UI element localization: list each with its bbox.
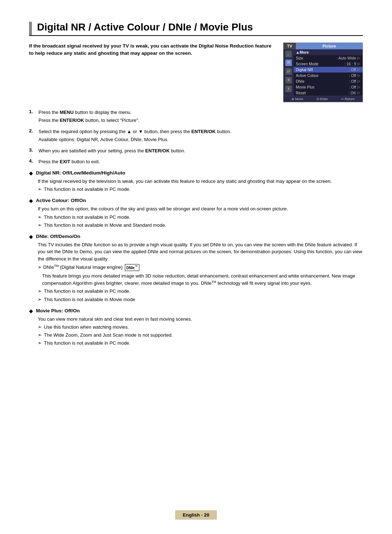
- step-2-number: 2.: [29, 128, 36, 134]
- step-2: 2. Select the required option by pressin…: [29, 128, 363, 144]
- page-title: Digital NR / Active Colour / DNIe / Movi…: [37, 22, 253, 35]
- dnie-note-1: ➣ This function is not available in PC m…: [38, 288, 363, 295]
- step-1-number: 1.: [29, 109, 36, 114]
- step-2-line-1: Select the required option by pressing t…: [38, 128, 363, 135]
- diamond-bullet-2: ◆: [29, 198, 33, 204]
- step-4: 4. Press the EXIT button to exit.: [29, 158, 363, 167]
- arrow-icon-4: ➣: [38, 264, 42, 271]
- digital-nr-note-1-text: This function is not available in PC mod…: [44, 186, 130, 193]
- menu-icon-5: ℹ: [285, 86, 292, 92]
- arrow-icon-9: ➣: [38, 340, 42, 346]
- step-3-number: 3.: [29, 147, 36, 153]
- footer-return: ↩ Return: [341, 97, 355, 101]
- dnie-label: DNIe: [296, 79, 349, 83]
- step-3-line-1: When you are satisfied with your setting…: [38, 147, 363, 155]
- digital-nr-body: If the signal received by the television…: [38, 178, 363, 193]
- arrow-icon-8: ➣: [38, 332, 42, 338]
- dnie-value: : Off: [349, 79, 356, 83]
- tv-menu-row-mp: Movie Plus : Off ▷: [294, 84, 363, 90]
- screen-arrow: ▷: [358, 62, 360, 66]
- page-title-bar: Digital NR / Active Colour / DNIe / Movi…: [29, 22, 363, 36]
- tv-menu-header: TV Picture: [283, 43, 363, 49]
- dnie-arrow: ▷: [358, 79, 360, 83]
- arrow-icon-1: ➣: [38, 186, 42, 193]
- step-1: 1. Press the MENU button to display the …: [29, 109, 363, 125]
- dnr-label: Digital NR: [296, 67, 349, 72]
- reset-label: Reset: [296, 91, 348, 95]
- tv-menu-row-reset: Reset : OK ▷: [294, 90, 363, 96]
- mp-label: Movie Plus: [296, 85, 349, 89]
- return-label: Return: [345, 97, 355, 101]
- ac-label: Active Colour: [296, 73, 349, 78]
- arrow-icon-2: ➣: [38, 214, 42, 221]
- dnie-sub-label-text: DNIeTM (Digital Natural Image engine): [43, 264, 123, 271]
- move-icon: ⊕: [291, 97, 294, 101]
- arrow-icon-5: ➣: [38, 288, 42, 295]
- arrow-icon-3: ➣: [38, 222, 42, 229]
- tv-menu-footer: ⊕ Move ⊡ Enter ↩ Return: [283, 96, 363, 102]
- more-label: ▲More: [296, 50, 309, 54]
- dnie-sub-text: This feature brings you more detailed im…: [42, 272, 363, 287]
- dnr-arrow: ▷: [358, 67, 360, 71]
- move-label: Move: [295, 97, 303, 101]
- tv-menu-row-ac: Active Colour : Off ▷: [294, 73, 363, 78]
- active-colour-body: If you turn on this option, the colours …: [38, 205, 363, 229]
- dnie-note-2-text: This function is not available in Movie …: [44, 296, 135, 303]
- menu-icon-3: 🔊: [285, 68, 292, 75]
- tv-menu-icons: 📺 🖼 🔊 ⚙ ℹ: [283, 49, 294, 96]
- movie-plus-note-2: ➣ The Wide Zoom, Zoom and Just Scan mode…: [38, 332, 363, 338]
- dnie-note-1-text: This function is not available in PC mod…: [44, 288, 130, 295]
- movie-plus-title: Movie Plus: Off/On: [36, 308, 80, 313]
- menu-icon-4: ⚙: [285, 77, 292, 83]
- steps-section: 1. Press the MENU button to display the …: [29, 109, 363, 167]
- ac-value: : Off: [349, 73, 356, 78]
- active-colour-note-1: ➣ This function is not available in PC m…: [38, 214, 363, 221]
- dnie-main-text: This TV includes the DNIe function so as…: [38, 241, 363, 263]
- menu-icon-1: 📺: [285, 51, 292, 57]
- dnie-sub-label-row: ➣ DNIeTM (Digital Natural Image engine) …: [38, 264, 363, 271]
- tv-menu-rows: ▲More Size : Auto Wide ▷ Screen Mode : 1…: [294, 49, 363, 96]
- tv-menu-more-row: ▲More: [294, 49, 363, 55]
- tv-menu-row-dnr: Digital NR : Off ▷: [294, 67, 363, 73]
- reset-value: : OK: [348, 91, 356, 95]
- movie-plus-body: You can view more natural skin and clear…: [38, 316, 363, 347]
- tv-menu-content: 📺 🖼 🔊 ⚙ ℹ ▲More Size : Auto Wide ▷ Scree…: [283, 49, 363, 96]
- arrow-icon-7: ➣: [38, 324, 42, 330]
- diamond-bullet-4: ◆: [29, 308, 33, 314]
- step-1-content: Press the MENU button to display the men…: [38, 109, 363, 125]
- feature-movie-plus: ◆ Movie Plus: Off/On You can view more n…: [29, 308, 363, 347]
- mp-value: : Off: [349, 85, 356, 89]
- step-2-line-2: Available options: Digital NR, Active Co…: [38, 136, 363, 143]
- size-arrow: ▷: [358, 56, 360, 60]
- enter-icon: ⊡: [317, 97, 319, 101]
- movie-plus-note-2-text: The Wide Zoom, Zoom and Just Scan mode i…: [44, 332, 173, 338]
- intro-block: If the broadcast signal received by your…: [29, 42, 363, 102]
- movie-plus-header: ◆ Movie Plus: Off/On: [29, 308, 363, 314]
- digital-nr-header: ◆ Digital NR: Off/Low/Medium/High/Auto: [29, 170, 363, 176]
- step-4-content: Press the EXIT button to exit.: [38, 158, 363, 167]
- active-colour-note-2: ➣ This function is not available in Movi…: [38, 222, 363, 229]
- size-label: Size: [296, 56, 336, 60]
- intro-text: If the broadcast signal received by your…: [29, 42, 274, 57]
- feature-active-colour: ◆ Active Colour: Off/On If you turn on t…: [29, 198, 363, 229]
- dnie-badge: DNIe™: [125, 264, 139, 271]
- movie-plus-text: You can view more natural skin and clear…: [38, 316, 363, 323]
- footer-move: ⊕ Move: [291, 97, 303, 101]
- active-colour-text: If you turn on this option, the colours …: [38, 205, 363, 213]
- active-colour-note-2-text: This function is not available in Movie …: [44, 222, 166, 229]
- dnie-sub-body: This feature brings you more detailed im…: [42, 272, 363, 287]
- diamond-bullet-1: ◆: [29, 170, 33, 176]
- tv-menu-header-picture: Picture: [296, 43, 363, 49]
- step-4-number: 4.: [29, 158, 36, 164]
- active-colour-header: ◆ Active Colour: Off/On: [29, 198, 363, 204]
- page-footer: English - 20: [0, 510, 392, 519]
- tv-menu-row-size: Size : Auto Wide ▷: [294, 55, 363, 61]
- diamond-bullet-3: ◆: [29, 234, 33, 240]
- active-colour-title: Active Colour: Off/On: [36, 198, 86, 203]
- arrow-icon-6: ➣: [38, 296, 42, 303]
- feature-digital-nr: ◆ Digital NR: Off/Low/Medium/High/Auto I…: [29, 170, 363, 193]
- tv-menu-screenshot: TV Picture 📺 🖼 🔊 ⚙ ℹ ▲More Size : Auto W…: [283, 42, 363, 102]
- step-1-line-1: Press the MENU button to display the men…: [38, 109, 363, 116]
- digital-nr-title: Digital NR: Off/Low/Medium/High/Auto: [36, 170, 125, 176]
- dnie-note-2: ➣ This function is not available in Movi…: [38, 296, 363, 303]
